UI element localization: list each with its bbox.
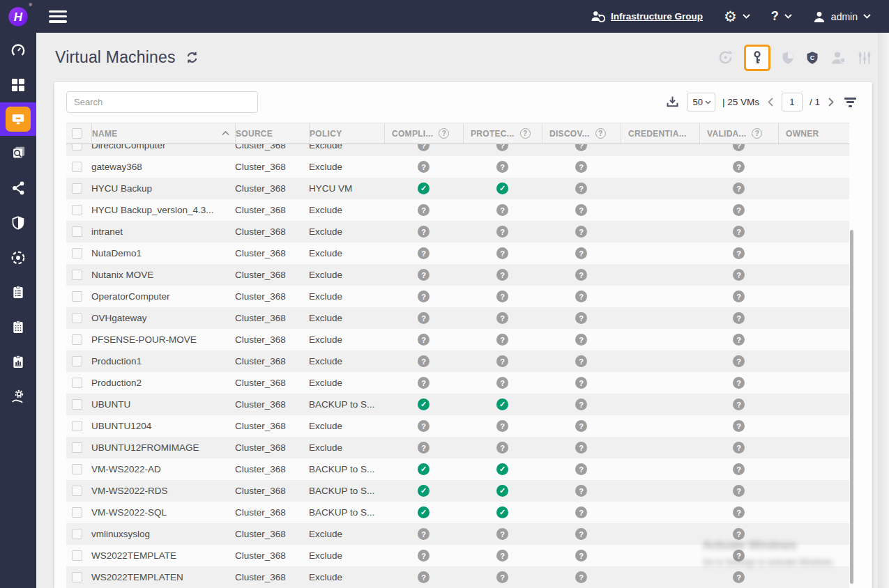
row-checkbox[interactable] xyxy=(72,313,82,323)
table-row[interactable]: OperatorComputerCluster_368Exclude???? xyxy=(66,286,849,307)
sidebar-item-shares[interactable] xyxy=(0,171,36,206)
row-checkbox[interactable] xyxy=(72,291,82,302)
refresh-button[interactable] xyxy=(185,51,199,64)
help-icon[interactable]: ? xyxy=(520,128,531,139)
table-row[interactable]: DirectorComputerCluster_368Exclude???? xyxy=(66,144,849,156)
vm-policy: Exclude xyxy=(309,566,384,588)
row-checkbox[interactable] xyxy=(72,464,82,474)
table-row[interactable]: HYCU BackupCluster_368HYCU VM✓✓?? xyxy=(66,178,849,199)
sidebar-item-reports[interactable] xyxy=(0,345,36,380)
sidebar-item-dashboard[interactable] xyxy=(0,33,36,68)
sidebar-item-applications[interactable] xyxy=(0,68,36,102)
table-row[interactable]: UBUNTU1204Cluster_368Exclude???? xyxy=(66,415,849,437)
column-header-policy[interactable]: POLICY xyxy=(309,123,384,144)
table-row[interactable]: VM-WS2022-RDSCluster_368BACKUP to S...✓✓… xyxy=(66,480,849,502)
select-all-checkbox[interactable] xyxy=(72,128,82,139)
help-menu[interactable]: ? xyxy=(771,9,792,24)
previous-page-button[interactable] xyxy=(766,96,775,108)
column-header-discovery[interactable]: DISCOV...? xyxy=(542,123,621,144)
column-header-credentials[interactable]: CREDENTIA... xyxy=(621,123,699,144)
column-header-name[interactable]: NAME xyxy=(91,123,235,144)
vm-source: Cluster_368 xyxy=(235,545,309,566)
table-row[interactable]: OVHgatewayCluster_368Exclude???? xyxy=(66,307,849,329)
table-row[interactable]: VM-WS2022-SQLCluster_368BACKUP to S...✓✓… xyxy=(66,502,849,523)
view-settings-button xyxy=(857,50,872,65)
row-checkbox[interactable] xyxy=(72,529,82,539)
row-checkbox[interactable] xyxy=(72,486,82,496)
compliance-cell: ? xyxy=(384,264,463,286)
vm-policy: Exclude xyxy=(309,264,384,286)
compliance-button[interactable]: C xyxy=(805,50,819,65)
table-scrollbar-thumb[interactable] xyxy=(850,230,853,584)
protection-status-unknown-icon: ? xyxy=(496,355,508,367)
row-checkbox[interactable] xyxy=(72,248,82,258)
table-row[interactable]: HYCU Backup_version_4.3...Cluster_368Exc… xyxy=(66,199,849,221)
table-row[interactable]: Production2Cluster_368Exclude???? xyxy=(66,372,849,394)
sidebar-item-targets[interactable] xyxy=(0,240,36,275)
credentials-button[interactable] xyxy=(744,45,770,71)
row-checkbox[interactable] xyxy=(72,162,82,172)
column-header-protection[interactable]: PROTEC...? xyxy=(463,123,542,144)
settings-menu[interactable]: ⚙ xyxy=(724,9,750,24)
filter-button[interactable] xyxy=(842,95,858,109)
row-checkbox[interactable] xyxy=(72,421,82,431)
row-checkbox[interactable] xyxy=(72,572,82,582)
credentials-cell xyxy=(621,307,699,329)
infrastructure-group-menu[interactable]: Infrastructure Group xyxy=(590,10,703,24)
compliance-status-unknown-icon: ? xyxy=(418,226,430,238)
row-checkbox[interactable] xyxy=(72,442,82,453)
search-input[interactable] xyxy=(66,91,258,113)
column-header-validation[interactable]: VALIDA...? xyxy=(699,123,778,144)
table-row[interactable]: UBUNTUCluster_368BACKUP to S...✓✓?? xyxy=(66,394,849,415)
hamburger-menu-icon[interactable] xyxy=(49,10,67,23)
vm-policy: Exclude xyxy=(309,221,384,242)
table-row[interactable]: Production1Cluster_368Exclude???? xyxy=(66,350,849,372)
compliance-status-ok-icon: ✓ xyxy=(418,463,430,475)
table-row[interactable]: NutaDemo1Cluster_368Exclude???? xyxy=(66,242,849,264)
row-checkbox[interactable] xyxy=(72,183,82,194)
row-checkbox[interactable] xyxy=(72,550,82,561)
help-icon[interactable]: ? xyxy=(752,128,762,139)
sidebar-item-policies[interactable] xyxy=(0,206,36,240)
sidebar-item-administration[interactable] xyxy=(0,380,36,415)
row-checkbox[interactable] xyxy=(72,507,82,518)
column-header-owner[interactable]: OWNER xyxy=(778,123,849,144)
export-button[interactable] xyxy=(665,95,680,109)
column-header-source[interactable]: SOURCE xyxy=(235,123,309,144)
table-row[interactable]: vmlinuxsyslogCluster_368Exclude???? xyxy=(66,523,849,545)
table-row[interactable]: Nutanix MOVECluster_368Exclude???? xyxy=(66,264,849,286)
restore-history-icon xyxy=(717,49,734,65)
discovery-status-unknown-icon: ? xyxy=(575,399,587,410)
row-checkbox[interactable] xyxy=(72,205,82,215)
row-checkbox[interactable] xyxy=(72,378,82,388)
row-checkbox[interactable] xyxy=(72,270,82,280)
vm-source: Cluster_368 xyxy=(235,286,309,307)
user-menu[interactable]: admin xyxy=(813,10,871,23)
table-row[interactable]: intranetCluster_368Exclude???? xyxy=(66,221,849,242)
table-row[interactable]: VM-WS2022-ADCluster_368BACKUP to S...✓✓?… xyxy=(66,458,849,480)
column-header-compliance[interactable]: COMPLI...? xyxy=(384,123,463,144)
next-page-button[interactable] xyxy=(827,96,835,108)
table-row[interactable]: WS2022TEMPLATENCluster_368Exclude???? xyxy=(66,566,849,588)
table-row[interactable]: UBUNTU12FROMIMAGECluster_368Exclude???? xyxy=(66,437,849,458)
row-checkbox[interactable] xyxy=(72,356,82,366)
help-icon[interactable]: ? xyxy=(595,128,606,139)
table-row[interactable]: PFSENSE-POUR-MOVECluster_368Exclude???? xyxy=(66,329,849,350)
sidebar-item-virtual-machines[interactable] xyxy=(0,102,36,136)
help-icon[interactable]: ? xyxy=(439,128,449,139)
row-checkbox[interactable] xyxy=(72,399,82,410)
discovery-status-unknown-icon: ? xyxy=(575,506,587,518)
sidebar-item-vm-discovery[interactable] xyxy=(0,136,36,171)
table-row[interactable]: gateway368Cluster_368Exclude???? xyxy=(66,156,849,178)
sidebar-item-tasks[interactable] xyxy=(0,275,36,310)
row-checkbox[interactable] xyxy=(72,144,82,150)
compliance-cell: ? xyxy=(384,329,463,350)
page-size-select[interactable]: 50 xyxy=(687,93,715,111)
page-scrollbar[interactable] xyxy=(878,33,889,588)
hycu-logo[interactable]: H ® xyxy=(0,0,36,33)
sidebar-item-events[interactable] xyxy=(0,310,36,345)
page-number-input[interactable] xyxy=(782,93,803,111)
table-row[interactable]: WS2022TEMPLATECluster_368Exclude???? xyxy=(66,545,849,566)
row-checkbox[interactable] xyxy=(72,334,82,345)
row-checkbox[interactable] xyxy=(72,226,82,237)
